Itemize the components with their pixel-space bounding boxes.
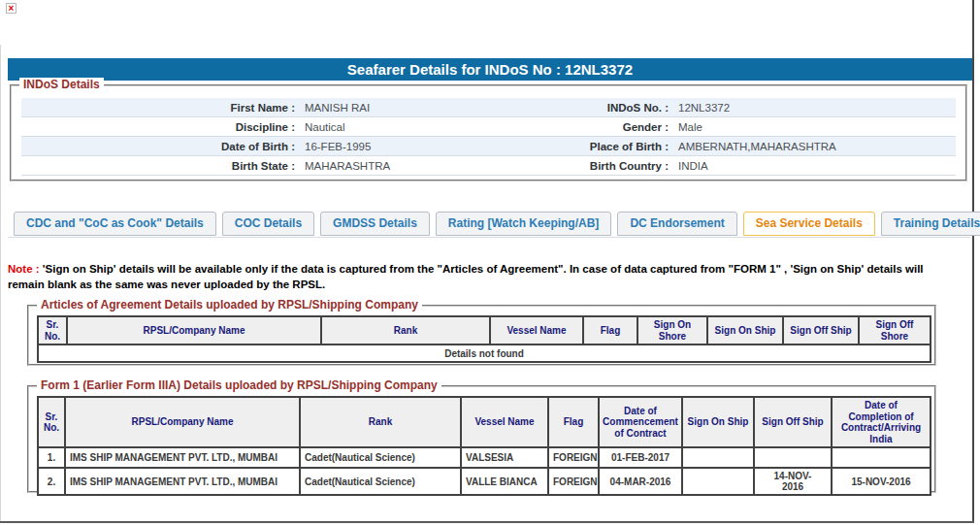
discipline-value: Nautical [303,121,494,133]
sr-no-cell: 2. [38,468,65,495]
tab-sea-service-details[interactable]: Sea Service Details [743,212,875,236]
flag-cell: FOREIGN [548,468,599,495]
column-header-sr-no: Sr. No. [38,397,65,447]
indos-row: Discipline : Nautical Gender : Male [21,117,956,137]
articles-of-agreement-fieldset: Articles of Agreement Details uploaded b… [27,305,936,366]
flag-cell: FOREIGN [548,447,599,468]
indos-no-label: INDoS No. : [494,102,676,114]
date-of-birth-value: 16-FEB-1995 [303,141,494,152]
form1-details-legend: Form 1 (Earlier Form IIIA) Details uploa… [37,378,441,392]
form1-details-fieldset: Form 1 (Earlier Form IIIA) Details uploa… [27,385,936,493]
note-text: Note : 'Sign on Ship' details will be av… [8,261,955,293]
sign-on-ship-cell [682,468,754,495]
sign-off-ship-cell [754,447,832,468]
column-header-flag: Flag [548,397,599,447]
column-header-sign-off-shore: Sign Off Shore [859,316,931,345]
completion-cell [832,447,931,468]
gender-value: Male [676,121,956,133]
tab-dc-endorsement[interactable]: DC Endorsement [617,212,736,236]
rank-cell: Cadet(Nautical Science) [300,447,461,468]
window-bottom-border [0,521,974,523]
sr-no-cell: 1. [38,447,65,468]
tab-coc-details[interactable]: COC Details [222,212,314,236]
window-right-border [972,0,974,523]
page-title: Seafarer Details for INDoS No : 12NL3372 [8,58,972,81]
completion-cell: 15-NOV-2016 [832,468,931,495]
vessel-cell: VALSESIA [461,447,548,468]
indos-no-value: 12NL3372 [676,102,956,114]
place-of-birth-value: AMBERNATH,MAHARASHTRA [676,141,956,152]
tab-cdc-coc-as-cook-details[interactable]: CDC and "CoC as Cook" Details [14,212,216,236]
table-row: Details not found [38,345,931,362]
table-header-row: Sr. No. RPSL/Company Name Rank Vessel Na… [38,316,931,345]
column-header-sign-off-ship: Sign Off Ship [783,316,859,345]
birth-state-value: MAHARASHTRA [303,160,494,172]
indos-row: Birth State : MAHARASHTRA Birth Country … [21,156,956,176]
commencement-cell: 04-MAR-2016 [599,468,682,495]
vessel-cell: VALLE BIANCA [461,468,548,495]
commencement-cell: 01-FEB-2017 [599,447,682,468]
column-header-company: RPSL/Company Name [67,316,321,345]
form1-details-table: Sr. No. RPSL/Company Name Rank Vessel Na… [37,396,931,496]
broken-image-icon: × [6,3,16,14]
tab-bar: CDC and "CoC as Cook" Details COC Detail… [8,212,970,238]
date-of-birth-label: Date of Birth : [21,141,303,152]
indos-rows: First Name : MANISH RAI INDoS No. : 12NL… [21,98,956,176]
empty-message: Details not found [38,345,931,362]
place-of-birth-label: Place of Birth : [494,141,676,152]
indos-row: Date of Birth : 16-FEB-1995 Place of Bir… [21,137,956,156]
tab-gmdss-details[interactable]: GMDSS Details [320,212,430,236]
discipline-label: Discipline : [21,121,303,133]
note-prefix: Note : [8,263,40,275]
column-header-vessel: Vessel Name [461,397,548,447]
company-cell: IMS SHIP MANAGEMENT PVT. LTD., MUMBAI [65,468,300,495]
column-header-sign-on-shore: Sign On Shore [637,316,707,345]
tab-training-details[interactable]: Training Details [881,212,980,236]
indos-row: First Name : MANISH RAI INDoS No. : 12NL… [21,98,956,117]
sign-off-ship-cell: 14-NOV-2016 [754,468,832,495]
column-header-sign-off-ship: Sign Off Ship [754,397,832,447]
birth-country-label: Birth Country : [494,160,676,172]
indos-details-legend: INDoS Details [19,78,104,91]
first-name-label: First Name : [21,102,303,114]
column-header-sign-on-ship: Sign On Ship [707,316,783,345]
articles-of-agreement-legend: Articles of Agreement Details uploaded b… [37,298,422,312]
gender-label: Gender : [494,121,676,133]
column-header-company: RPSL/Company Name [65,397,300,447]
table-header-row: Sr. No. RPSL/Company Name Rank Vessel Na… [38,397,931,447]
birth-country-value: INDIA [676,160,956,172]
column-header-sign-on-ship: Sign On Ship [682,397,754,447]
table-row: 2. IMS SHIP MANAGEMENT PVT. LTD., MUMBAI… [38,468,931,495]
column-header-completion-date: Date of Completion of Contract/Arriving … [832,397,931,447]
column-header-rank: Rank [300,397,461,447]
tab-rating-watch-keeping-ab[interactable]: Rating [Watch Keeping/AB] [436,212,612,236]
column-header-flag: Flag [583,316,637,345]
table-row: 1. IMS SHIP MANAGEMENT PVT. LTD., MUMBAI… [38,447,931,468]
column-header-vessel: Vessel Name [490,316,583,345]
rank-cell: Cadet(Nautical Science) [300,468,461,495]
first-name-value: MANISH RAI [303,102,494,114]
column-header-rank: Rank [321,316,490,345]
birth-state-label: Birth State : [21,160,303,172]
column-header-sr-no: Sr. No. [38,316,67,345]
indos-details-fieldset: INDoS Details First Name : MANISH RAI IN… [10,84,967,181]
articles-of-agreement-table: Sr. No. RPSL/Company Name Rank Vessel Na… [37,315,931,363]
window-left-border [0,45,1,522]
company-cell: IMS SHIP MANAGEMENT PVT. LTD., MUMBAI [65,447,300,468]
sign-on-ship-cell [682,447,754,468]
column-header-commencement-date: Date of Commencement of Contract [599,397,682,447]
note-body: 'Sign on Ship' details will be available… [8,263,924,290]
